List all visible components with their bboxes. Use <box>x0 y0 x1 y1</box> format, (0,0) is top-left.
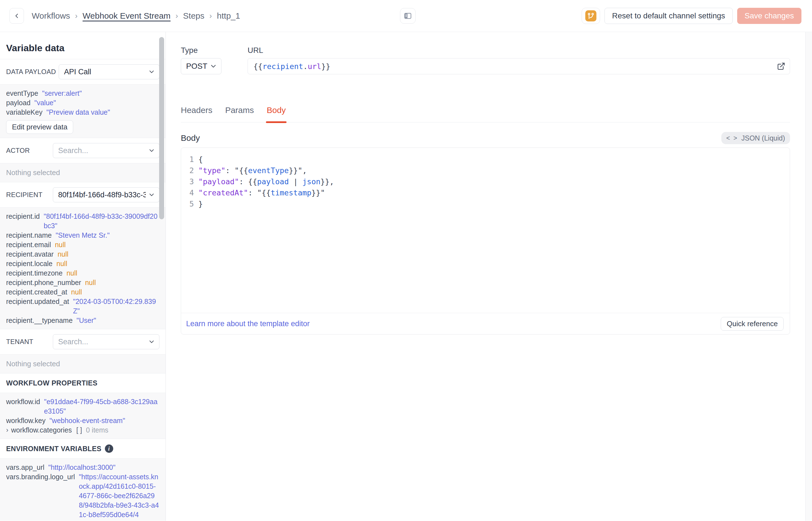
workflow-categories-row[interactable]: › workflow.categories [ ] 0 items <box>6 425 160 435</box>
request-method-select[interactable]: POST <box>181 58 221 74</box>
git-branch-icon <box>585 10 596 21</box>
recipient-selected-value: 80f1f4bf-166d-48f9-b33c-39009df20bc3 <box>58 191 146 199</box>
workflow-values: workflow.id"e91ddae4-7f99-45cb-a688-3c12… <box>6 397 160 425</box>
data-payload-values-section: eventType"server:alert"payload"value"var… <box>0 84 166 138</box>
recipient-label: RECIPIENT <box>6 191 50 199</box>
kv-key: recipient.phone_number <box>6 278 81 287</box>
tab-body[interactable]: Body <box>267 106 286 122</box>
editor-language-badge: < > JSON (Liquid) <box>721 132 790 144</box>
reset-channel-settings-button[interactable]: Reset to default channel settings <box>604 8 733 24</box>
kv-row: recipient.updated_at"2024-03-05T00:42:29… <box>6 297 160 316</box>
url-value: {{recipient.url}} <box>254 62 777 71</box>
edit-preview-data-button[interactable]: Edit preview data <box>6 120 73 134</box>
save-changes-button[interactable]: Save changes <box>737 8 802 24</box>
kv-row: variableKey"Preview data value" <box>6 108 160 117</box>
kv-row: payload"value" <box>6 98 160 108</box>
kv-row: recipient.avatarnull <box>6 249 160 259</box>
kv-key: workflow.key <box>6 416 46 425</box>
top-bar-left: Workflows › Webhook Event Stream › Steps… <box>9 8 240 24</box>
breadcrumb-steps[interactable]: Steps <box>183 11 205 21</box>
line-number: 5 <box>181 199 198 209</box>
top-bar-actions: Reset to default channel settings Save c… <box>582 8 802 24</box>
actor-row: ACTOR Search... <box>0 138 166 163</box>
breadcrumb-workflow-name[interactable]: Webhook Event Stream <box>82 11 170 21</box>
actor-label: ACTOR <box>6 147 50 155</box>
code-line: 4"createdAt": "{{timestamp}}" <box>181 187 790 199</box>
variable-data-panel: Variable data DATA PAYLOAD API Call even… <box>0 32 166 521</box>
data-payload-select[interactable]: API Call <box>59 64 160 79</box>
line-number: 2 <box>181 165 198 176</box>
template-editor-docs-link[interactable]: Learn more about the template editor <box>186 319 310 328</box>
kv-row: recipient.id"80f1f4bf-166d-48f9-b33c-390… <box>6 211 160 230</box>
commit-button[interactable] <box>582 8 600 24</box>
request-config-row: Type POST URL {{recipient.url}} <box>181 46 790 74</box>
token: } <box>198 200 203 208</box>
chevron-left-icon <box>13 12 20 20</box>
kv-key: recipient.avatar <box>6 249 54 259</box>
tab-headers[interactable]: Headers <box>181 106 212 122</box>
token: recipient <box>263 62 303 71</box>
kv-key: recipient.name <box>6 230 52 240</box>
line-content: "payload": {{payload | json}}, <box>198 176 334 187</box>
main-scrollbar-gutter[interactable] <box>805 32 812 521</box>
kv-value: null <box>55 240 66 249</box>
quick-reference-button[interactable]: Quick reference <box>721 317 784 331</box>
breadcrumb-separator: › <box>75 12 78 20</box>
breadcrumb-workflows[interactable]: Workflows <box>32 11 70 21</box>
kv-row: workflow.id"e91ddae4-7f99-45cb-a688-3c12… <box>6 397 160 416</box>
kv-value: "Steven Metz Sr." <box>56 230 110 240</box>
tenant-empty-text: Nothing selected <box>6 360 60 368</box>
recipient-values-section: recipient.id"80f1f4bf-166d-48f9-b33c-390… <box>0 207 166 329</box>
code-line: 3"payload": {{payload | json}}, <box>181 176 790 187</box>
actor-search-placeholder: Search... <box>58 146 146 155</box>
token: : "{{ <box>225 166 248 175</box>
token: }}, <box>320 177 334 186</box>
data-payload-label: DATA PAYLOAD <box>6 68 56 76</box>
token: json <box>302 177 320 186</box>
external-link-icon[interactable] <box>777 62 785 70</box>
tenant-select[interactable]: Search... <box>53 334 160 349</box>
type-label: Type <box>181 46 236 55</box>
url-input[interactable]: {{recipient.url}} <box>247 58 790 74</box>
chevron-down-icon <box>148 191 155 199</box>
sidebar-scrollbar[interactable] <box>159 37 164 219</box>
body-code-editor[interactable]: 1{2"type": "{{eventType}}",3"payload": {… <box>181 148 790 313</box>
sidebar-toggle-button[interactable] <box>400 8 415 24</box>
kv-key: recipient.email <box>6 240 51 249</box>
kv-row: recipient.__typename"User" <box>6 316 160 325</box>
expand-chevron-icon[interactable]: › <box>6 425 8 435</box>
main-panel: Type POST URL {{recipient.url}} <box>166 32 812 521</box>
kv-value: "Preview data value" <box>46 108 110 117</box>
token: }}", <box>289 166 307 175</box>
items-count: 0 items <box>86 425 109 435</box>
environment-variables-heading: ENVIRONMENT VARIABLES i <box>0 439 166 458</box>
tab-params[interactable]: Params <box>225 106 254 122</box>
workflow-properties-heading: WORKFLOW PROPERTIES <box>0 373 166 393</box>
kv-key: vars.app_url <box>6 462 45 472</box>
info-icon[interactable]: i <box>105 445 113 453</box>
code-line: 2"type": "{{eventType}}", <box>181 165 790 176</box>
recipient-select[interactable]: 80f1f4bf-166d-48f9-b33c-39009df20bc3 <box>53 187 160 202</box>
kv-row: recipient.name"Steven Metz Sr." <box>6 230 160 240</box>
empty-array-brackets: [ ] <box>76 425 82 435</box>
body-section-header: Body < > JSON (Liquid) <box>181 132 790 144</box>
kv-key: recipient.updated_at <box>6 297 69 306</box>
actor-empty-section: Nothing selected <box>0 163 166 182</box>
code-line: 1{ <box>181 154 790 165</box>
token: "payload" <box>198 177 239 186</box>
kv-value: "value" <box>34 98 56 108</box>
back-button[interactable] <box>9 8 24 24</box>
request-method-value: POST <box>186 62 207 71</box>
kv-value: null <box>85 278 96 287</box>
editor-footer: Learn more about the template editor Qui… <box>181 313 790 334</box>
type-field: Type POST <box>181 46 236 74</box>
breadcrumb-separator: › <box>210 12 212 20</box>
kv-row: eventType"server:alert" <box>6 89 160 98</box>
kv-key: payload <box>6 98 31 108</box>
kv-value: "webhook-event-stream" <box>49 416 125 425</box>
line-content: "type": "{{eventType}}", <box>198 165 307 176</box>
actor-select[interactable]: Search... <box>53 143 160 158</box>
token: | <box>289 177 302 186</box>
token: : "{{ <box>248 188 271 197</box>
kv-value: "e91ddae4-7f99-45cb-a688-3c129aae3105" <box>44 397 160 416</box>
